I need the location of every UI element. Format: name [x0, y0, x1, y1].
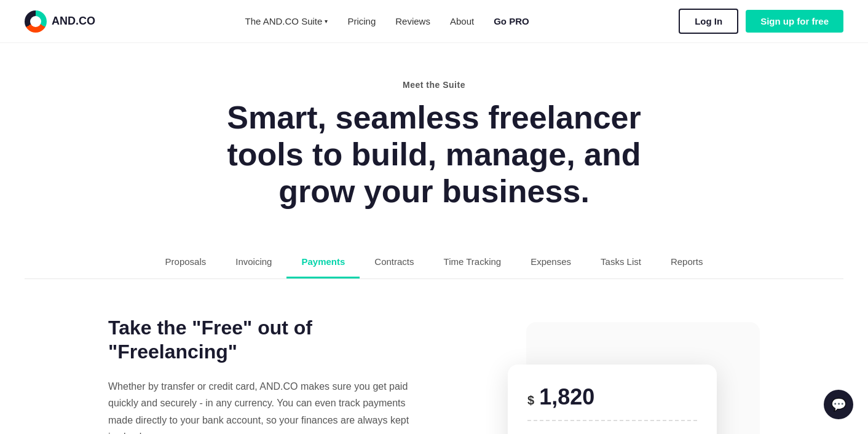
feature-tabs: Proposals Invoicing Payments Contracts T… [25, 247, 843, 279]
content-body: Whether by transfer or credit card, AND.… [108, 378, 416, 434]
hero-eyebrow: Meet the Suite [25, 80, 843, 90]
login-button[interactable]: Log In [679, 9, 738, 34]
payment-divider [527, 420, 697, 421]
signup-button[interactable]: Sign up for free [746, 10, 843, 33]
content-section: Take the "Free" out of "Freelancing" Whe… [34, 279, 834, 434]
hero-section: Meet the Suite Smart, seamless freelance… [0, 43, 868, 247]
navbar: AND.CO The AND.CO Suite ▾ Pricing Review… [0, 0, 868, 43]
payment-currency: $ [527, 393, 534, 408]
tab-time-tracking[interactable]: Time Tracking [429, 247, 516, 278]
content-left: Take the "Free" out of "Freelancing" Whe… [108, 316, 416, 434]
tab-expenses[interactable]: Expenses [516, 247, 586, 278]
chevron-down-icon: ▾ [325, 18, 328, 25]
tab-proposals[interactable]: Proposals [151, 247, 221, 278]
logo-icon [25, 10, 47, 33]
logo-inner [30, 16, 41, 27]
chat-button[interactable]: 💬 [824, 390, 853, 419]
nav-pricing[interactable]: Pricing [347, 16, 376, 26]
nav-suite[interactable]: The AND.CO Suite ▾ [245, 16, 328, 26]
payment-value: 1,820 [539, 384, 594, 410]
payment-card: $ 1,820 Pay now stripe DISC VER VISA AME… [508, 365, 717, 434]
logo-text: AND.CO [52, 15, 95, 28]
content-right: $ 1,820 Pay now stripe DISC VER VISA AME… [452, 316, 760, 434]
tab-tasks-list[interactable]: Tasks List [586, 247, 656, 278]
hero-title: Smart, seamless freelancer tools to buil… [188, 100, 680, 210]
tab-invoicing[interactable]: Invoicing [221, 247, 286, 278]
nav-about[interactable]: About [450, 16, 474, 26]
chat-icon: 💬 [831, 397, 846, 412]
nav-reviews[interactable]: Reviews [395, 16, 430, 26]
content-title: Take the "Free" out of "Freelancing" [108, 316, 416, 363]
payment-amount: $ 1,820 [527, 384, 697, 410]
logo[interactable]: AND.CO [25, 10, 95, 33]
tab-payments[interactable]: Payments [286, 247, 360, 278]
tab-reports[interactable]: Reports [656, 247, 718, 278]
nav-actions: Log In Sign up for free [679, 9, 843, 34]
nav-gopro[interactable]: Go PRO [494, 16, 529, 26]
tab-contracts[interactable]: Contracts [360, 247, 428, 278]
nav-links: The AND.CO Suite ▾ Pricing Reviews About… [245, 16, 529, 26]
